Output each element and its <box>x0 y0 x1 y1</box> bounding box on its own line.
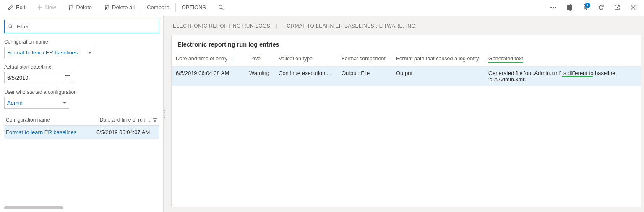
delete-label: Delete <box>76 4 92 10</box>
notification-badge: 1 <box>585 3 590 8</box>
refresh-icon[interactable] <box>595 2 607 13</box>
chevron-down-icon <box>88 52 91 54</box>
plus-icon <box>37 5 42 10</box>
body: Configuration name Format to learn ER ba… <box>0 15 644 212</box>
log-entries-grid: Date and time of entry ↓ Level Validatio… <box>172 52 641 207</box>
col-generated-text-label: Generated text <box>488 56 523 63</box>
col-validation-type[interactable]: Validation type <box>274 56 337 63</box>
sort-desc-icon: ↓ <box>149 117 151 122</box>
connector-icon[interactable] <box>548 2 559 13</box>
office-icon[interactable] <box>563 2 575 13</box>
cell-validation-type: Continue execution ... <box>274 70 337 76</box>
trash-icon <box>104 5 110 10</box>
svg-rect-5 <box>65 76 70 80</box>
col-level[interactable]: Level <box>245 56 274 63</box>
user-select[interactable]: Admin <box>4 97 69 109</box>
config-name-label: Configuration name <box>4 39 159 45</box>
separator <box>175 3 176 12</box>
breadcrumb-b: FORMAT TO LEARN ER BASELINES : LITWARE, … <box>284 23 417 29</box>
svg-point-0 <box>219 5 222 8</box>
sort-asc-icon: ↓ <box>230 56 233 61</box>
col-run-time-label: Date and time of run <box>100 117 146 123</box>
calendar-icon <box>65 75 70 80</box>
cell-datetime: 6/5/2019 06:04:08 AM <box>172 70 245 76</box>
options-button[interactable]: OPTIONS <box>177 0 211 15</box>
horizontal-scrollbar[interactable] <box>4 206 63 209</box>
search-icon <box>8 24 13 29</box>
cell-format-component: Output: File <box>337 70 392 76</box>
filter-icon[interactable] <box>153 118 157 122</box>
filter-box[interactable] <box>4 20 159 33</box>
svg-point-3 <box>555 7 556 8</box>
filter-sidebar: Configuration name Format to learn ER ba… <box>0 16 164 212</box>
cell-generated-text: Generated file 'out.Admin.xml' is differ… <box>484 70 641 83</box>
filter-input[interactable] <box>16 23 155 30</box>
col-datetime-label: Date and time of entry <box>176 56 227 62</box>
search-icon <box>218 5 224 10</box>
row-config-name: Format to learn ER baselines <box>6 129 96 135</box>
separator <box>62 3 62 12</box>
sidebar-grid-header: Configuration name Date and time of run … <box>4 114 159 126</box>
start-date-label: Actual start date/time <box>4 64 159 70</box>
separator <box>98 3 98 12</box>
svg-point-4 <box>9 24 12 27</box>
gen-text-highlight: is different to <box>562 70 593 77</box>
col-format-path[interactable]: Format path that caused a log entry <box>392 56 484 63</box>
edit-label: Edit <box>16 4 25 10</box>
sidebar-grid-row[interactable]: Format to learn ER baselines 6/5/2019 06… <box>4 126 159 139</box>
start-date-input[interactable]: 6/5/2019 <box>4 72 73 83</box>
config-name-value: Format to learn ER baselines <box>7 49 78 56</box>
search-button[interactable] <box>214 0 228 15</box>
close-icon[interactable] <box>627 2 639 13</box>
grid-header: Date and time of entry ↓ Level Validatio… <box>172 52 641 67</box>
new-button[interactable]: New <box>33 0 60 15</box>
col-datetime[interactable]: Date and time of entry ↓ <box>172 56 245 63</box>
delete-all-label: Delete all <box>112 4 135 10</box>
header-right-icons: 1 <box>548 2 641 13</box>
breadcrumb: ELECTRONIC REPORTING RUN LOGS | FORMAT T… <box>171 21 644 35</box>
compare-button[interactable]: Compare <box>143 0 173 15</box>
col-generated-text[interactable]: Generated text <box>484 56 641 63</box>
col-config-name[interactable]: Configuration name <box>6 117 96 123</box>
chevron-down-icon <box>63 102 66 104</box>
pencil-icon <box>8 5 13 10</box>
separator <box>141 3 141 12</box>
panel-title: Electronic reporting run log entries <box>172 35 641 52</box>
popout-icon[interactable] <box>611 2 623 13</box>
main-area: ELECTRONIC REPORTING RUN LOGS | FORMAT T… <box>166 16 644 212</box>
separator <box>212 3 212 12</box>
new-label: New <box>45 4 56 10</box>
user-label: User who started a configuration <box>4 89 159 95</box>
svg-point-2 <box>553 7 554 8</box>
options-label: OPTIONS <box>182 4 206 10</box>
grid-row[interactable]: 6/5/2019 06:04:08 AM Warning Continue ex… <box>172 67 641 86</box>
breadcrumb-sep: | <box>276 23 278 29</box>
compare-label: Compare <box>147 4 169 10</box>
col-run-time[interactable]: Date and time of run ↓ <box>96 117 157 123</box>
edit-button[interactable]: Edit <box>3 0 29 15</box>
log-entries-panel: Electronic reporting run log entries Dat… <box>171 35 641 207</box>
start-date-value: 6/5/2019 <box>7 75 29 81</box>
svg-point-1 <box>550 7 552 8</box>
user-value: Admin <box>7 100 23 106</box>
attach-icon[interactable]: 1 <box>579 2 591 13</box>
delete-all-button[interactable]: Delete all <box>100 0 139 15</box>
cell-level: Warning <box>245 70 274 76</box>
separator <box>31 3 31 12</box>
command-bar: Edit New Delete Delete all Compare OPTIO… <box>0 0 644 15</box>
delete-button[interactable]: Delete <box>64 0 96 15</box>
breadcrumb-a[interactable]: ELECTRONIC REPORTING RUN LOGS <box>173 23 270 29</box>
cell-format-path: Output <box>392 70 484 76</box>
gen-text-pre: Generated file 'out.Admin.xml' <box>488 70 562 76</box>
row-run-time: 6/5/2019 06:04:07 AM <box>96 129 157 135</box>
trash-icon <box>68 5 73 10</box>
col-format-component[interactable]: Format component <box>337 56 392 63</box>
config-name-select[interactable]: Format to learn ER baselines <box>4 47 94 58</box>
